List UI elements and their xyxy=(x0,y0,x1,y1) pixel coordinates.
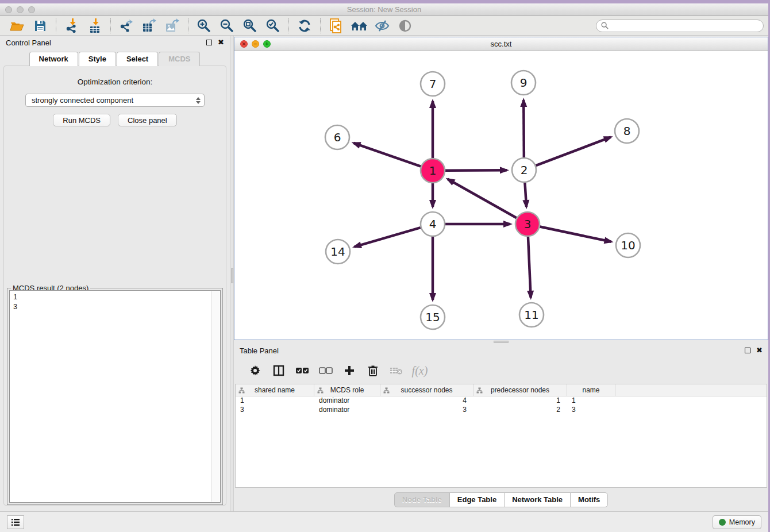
import-network-button[interactable] xyxy=(60,17,83,34)
toolbar-separator xyxy=(110,18,111,33)
export-table-icon xyxy=(141,18,157,33)
column-header-MCDS-role[interactable]: MCDS role xyxy=(314,384,380,396)
vertical-splitter[interactable] xyxy=(230,36,234,511)
tab-edge-table[interactable]: Edge Table xyxy=(449,492,505,507)
tab-select[interactable]: Select xyxy=(117,52,158,66)
right-column: ✕ − + scc.txt 1234678910111415 Table Pan… xyxy=(234,36,768,511)
select-all-columns-button[interactable] xyxy=(291,361,313,380)
network-window-titlebar[interactable]: ✕ − + scc.txt xyxy=(234,37,768,51)
zoom-out-button[interactable] xyxy=(215,17,238,34)
table-settings-button[interactable] xyxy=(244,361,265,380)
tab-network[interactable]: Network xyxy=(29,52,78,66)
maximize-network-icon[interactable]: + xyxy=(263,40,271,48)
table-row[interactable]: 1dominator411 xyxy=(236,396,767,406)
new-network-button[interactable] xyxy=(325,17,348,34)
zoom-out-icon xyxy=(220,18,234,33)
save-session-icon xyxy=(33,19,47,33)
search-input[interactable] xyxy=(611,22,759,30)
export-table-button[interactable] xyxy=(138,17,161,34)
float-panel-icon[interactable] xyxy=(745,348,750,353)
refresh-button[interactable] xyxy=(293,17,316,34)
optimization-criterion-label: Optimization criterion: xyxy=(78,78,153,86)
hide-network-button[interactable] xyxy=(371,17,394,34)
table-cell[interactable]: 1 xyxy=(473,396,567,406)
split-panel-button[interactable] xyxy=(268,361,289,380)
save-session-button[interactable] xyxy=(29,17,52,34)
import-table-button[interactable] xyxy=(83,17,106,34)
show-all-networks-button[interactable] xyxy=(348,17,371,34)
main-titlebar: Session: New Session xyxy=(0,3,768,16)
table-cell[interactable]: 1 xyxy=(567,396,615,406)
edge-3-1[interactable] xyxy=(448,179,517,218)
unselect-all-columns-button[interactable] xyxy=(315,361,336,380)
close-network-icon[interactable]: ✕ xyxy=(240,40,248,48)
table-cell[interactable]: 3 xyxy=(236,406,314,415)
edge-2-3[interactable] xyxy=(525,183,526,207)
close-panel-button[interactable]: Close panel xyxy=(118,114,177,126)
delete-columns-button[interactable] xyxy=(362,361,383,380)
network-window: ✕ − + scc.txt 1234678910111415 xyxy=(234,37,768,340)
export-image-button[interactable] xyxy=(161,17,184,34)
node-table[interactable]: shared nameMCDS rolesuccessor nodesprede… xyxy=(235,384,767,488)
run-mcds-button[interactable]: Run MCDS xyxy=(53,114,110,126)
zoom-fit-button[interactable] xyxy=(238,17,261,34)
criterion-selected-value: strongly connected component xyxy=(32,96,196,105)
tab-motifs[interactable]: Motifs xyxy=(570,492,608,507)
edge-1-6[interactable] xyxy=(353,143,421,167)
close-panel-icon[interactable]: ✖ xyxy=(218,40,224,45)
add-column-button[interactable] xyxy=(338,361,360,380)
node-label-7: 7 xyxy=(429,77,437,91)
minimize-window-icon[interactable] xyxy=(17,6,24,13)
table-cell[interactable]: dominator xyxy=(314,396,380,406)
column-header-shared-name[interactable]: shared name xyxy=(236,384,314,396)
column-header-name[interactable]: name xyxy=(567,384,615,396)
result-scrollbar[interactable] xyxy=(211,291,220,502)
horizontal-splitter[interactable] xyxy=(234,340,768,344)
close-panel-icon[interactable]: ✖ xyxy=(756,348,763,353)
criterion-select[interactable]: strongly connected component xyxy=(25,94,205,107)
column-header-predecessor-nodes[interactable]: predecessor nodes xyxy=(473,384,567,396)
edge-1-2[interactable] xyxy=(445,170,507,171)
edge-3-11[interactable] xyxy=(528,237,531,298)
node-label-11: 11 xyxy=(524,308,538,322)
minimize-network-icon[interactable]: − xyxy=(252,40,259,48)
edge-2-9[interactable] xyxy=(523,100,524,157)
export-network-button[interactable] xyxy=(115,17,138,34)
edge-4-14[interactable] xyxy=(355,228,421,246)
tab-mcds[interactable]: MCDS xyxy=(159,52,200,66)
table-cell[interactable]: 2 xyxy=(473,406,567,415)
zoom-window-icon[interactable] xyxy=(28,6,35,13)
network-canvas[interactable]: 1234678910111415 xyxy=(234,51,768,340)
delete-table-button[interactable] xyxy=(386,361,407,380)
table-cell[interactable]: 3 xyxy=(567,406,615,415)
network-graph[interactable]: 1234678910111415 xyxy=(234,51,768,338)
tab-style[interactable]: Style xyxy=(79,52,116,66)
column-header-successor-nodes[interactable]: successor nodes xyxy=(380,384,473,396)
open-file-button[interactable] xyxy=(6,17,29,34)
close-window-icon[interactable] xyxy=(5,6,12,13)
edge-2-8[interactable] xyxy=(536,137,611,166)
search-box[interactable] xyxy=(596,20,764,32)
mcds-result-text[interactable]: 1 3 xyxy=(9,290,221,503)
show-panels-button[interactable] xyxy=(7,515,24,529)
table-cell[interactable]: 4 xyxy=(380,396,473,406)
splitter-handle[interactable] xyxy=(494,341,509,343)
splitter-handle[interactable] xyxy=(231,268,233,283)
chevron-up-down-icon xyxy=(196,97,201,104)
table-cell[interactable]: 1 xyxy=(236,396,314,406)
zoom-selected-button[interactable] xyxy=(261,17,284,34)
network-window-title: scc.txt xyxy=(491,40,512,48)
edge-3-10[interactable] xyxy=(540,227,611,242)
memory-button[interactable]: Memory xyxy=(713,515,761,529)
tab-node-table[interactable]: Node Table xyxy=(394,492,450,507)
table-row[interactable]: 3dominator323 xyxy=(236,406,767,415)
show-network-button[interactable] xyxy=(394,17,417,34)
tab-network-table[interactable]: Network Table xyxy=(504,492,571,507)
function-builder-button[interactable]: f(x) xyxy=(409,361,430,380)
zoom-in-button[interactable] xyxy=(192,17,215,34)
export-network-icon xyxy=(119,18,134,33)
table-cell[interactable]: 3 xyxy=(380,406,473,415)
float-panel-icon[interactable] xyxy=(206,40,212,45)
table-cell[interactable]: dominator xyxy=(314,406,380,415)
mcds-panel: Optimization criterion: strongly connect… xyxy=(3,65,226,506)
